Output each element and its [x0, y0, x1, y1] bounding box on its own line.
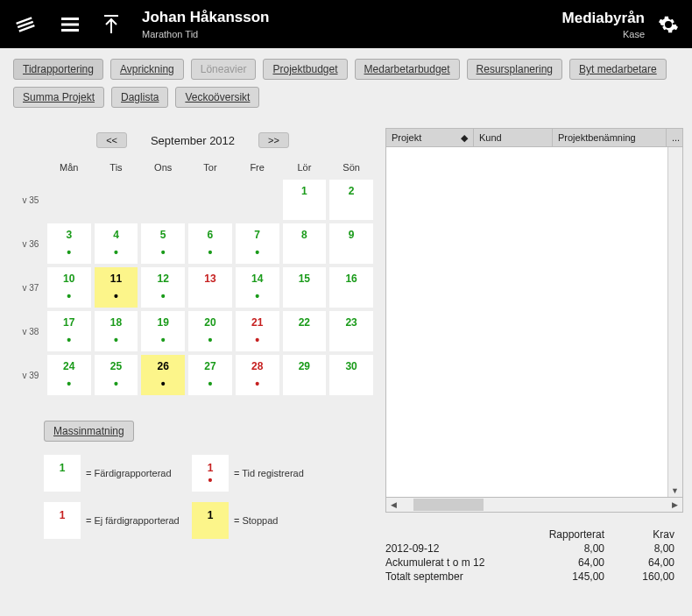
- day-cell[interactable]: 24•: [47, 355, 91, 395]
- tab-daglista[interactable]: Daglista: [111, 87, 168, 108]
- day-cell[interactable]: 29: [283, 355, 327, 395]
- upload-icon[interactable]: [102, 14, 120, 35]
- col-kund[interactable]: Kund: [474, 129, 553, 146]
- tab-resursplanering[interactable]: Resursplanering: [467, 59, 562, 80]
- legend-stopped-text: = Stoppad: [234, 515, 335, 526]
- day-cell[interactable]: 18•: [95, 311, 138, 351]
- company-sub: Kase: [562, 29, 645, 39]
- day-cell[interactable]: 11•: [95, 267, 138, 308]
- project-table-header: Projekt◆ Kund Projektbenämning ...: [385, 128, 683, 147]
- tab-medarbetarbudget[interactable]: Medarbetarbudget: [355, 59, 460, 80]
- tab-byt-medarbetare[interactable]: Byt medarbetare: [569, 59, 667, 80]
- calendar-header: << September 2012 >>: [9, 132, 377, 148]
- app-subtitle: Marathon Tid: [142, 29, 270, 39]
- day-cell[interactable]: 30: [329, 355, 373, 395]
- day-cell[interactable]: 19•: [141, 311, 185, 351]
- summary-row: Totalt september145,00160,00: [385, 570, 683, 583]
- day-cell[interactable]: 14•: [236, 267, 279, 308]
- summary-head-krav: Krav: [604, 528, 674, 541]
- dayhead-tue: Tis: [95, 162, 138, 176]
- day-cell[interactable]: 17•: [47, 311, 91, 351]
- logo-icon: [13, 12, 38, 37]
- day-cell[interactable]: 5•: [141, 223, 185, 264]
- month-label: September 2012: [140, 134, 245, 147]
- header-right: Mediabyrån Kase: [562, 10, 679, 39]
- tab-loneavier: Löneavier: [191, 59, 257, 80]
- gear-icon[interactable]: [658, 14, 679, 35]
- legend-reg-text: = Tid registrerad: [234, 468, 335, 478]
- week-number: v 38: [19, 311, 44, 351]
- week-number: v 39: [19, 355, 44, 395]
- tabs-area: Tidrapportering Avprickning Löneavier Pr…: [0, 48, 692, 119]
- col-projektbenamning[interactable]: Projektbenämning: [553, 129, 667, 146]
- legend-done-cell: 1: [44, 455, 81, 492]
- dayhead-fri: Fre: [236, 162, 279, 176]
- day-cell[interactable]: 21•: [236, 311, 279, 351]
- legend-done-text: = Färdigrapporterad: [86, 468, 187, 478]
- horizontal-scrollbar[interactable]: ◀ ▶: [385, 498, 683, 513]
- summary-row: 2012-09-128,008,00: [385, 542, 683, 555]
- dayhead-sat: Lör: [283, 162, 327, 176]
- vertical-scrollbar[interactable]: [667, 147, 682, 497]
- dayhead-thu: Tor: [188, 162, 232, 176]
- project-table-body[interactable]: [385, 147, 683, 498]
- day-cell[interactable]: 2: [329, 180, 373, 220]
- massinmatning-button[interactable]: Massinmatning: [44, 421, 134, 442]
- tab-avprickning[interactable]: Avprickning: [110, 59, 184, 80]
- prev-month-button[interactable]: <<: [96, 132, 127, 148]
- tab-tidrapportering[interactable]: Tidrapportering: [13, 59, 103, 80]
- tab-row-1: Tidrapportering Avprickning Löneavier Pr…: [13, 59, 679, 80]
- day-cell[interactable]: 1: [283, 180, 327, 220]
- sort-arrow-icon: ◆: [461, 132, 468, 144]
- day-cell[interactable]: 9: [329, 223, 373, 264]
- tab-row-2: Summa Projekt Daglista Veckoöversikt: [13, 87, 679, 108]
- week-number: v 36: [19, 223, 44, 264]
- day-cell[interactable]: 15: [283, 267, 327, 308]
- day-cell[interactable]: 28•: [236, 355, 279, 395]
- summary-row: Ackumulerat t o m 1264,0064,00: [385, 556, 683, 569]
- menu-icon[interactable]: [60, 14, 81, 35]
- svg-rect-3: [61, 18, 79, 20]
- day-cell[interactable]: 4•: [95, 223, 138, 264]
- dayhead-wed: Ons: [141, 162, 185, 176]
- header-bar: Johan Håkansson Marathon Tid Mediabyrån …: [0, 0, 692, 48]
- col-projekt[interactable]: Projekt◆: [386, 129, 474, 146]
- day-cell[interactable]: 3•: [47, 223, 91, 264]
- day-cell[interactable]: 20•: [188, 311, 232, 351]
- day-cell[interactable]: 22: [283, 311, 327, 351]
- day-cell[interactable]: 27•: [188, 355, 232, 395]
- summary-head-rapporterat: Rapporterat: [526, 528, 604, 541]
- tab-projektbudget[interactable]: Projektbudget: [263, 59, 347, 80]
- week-number: v 35: [19, 180, 44, 220]
- dayhead-sun: Sön: [329, 162, 373, 176]
- tab-veckooversikt[interactable]: Veckoöversikt: [175, 87, 259, 108]
- legend-notdone-text: = Ej färdigrapporterad: [86, 515, 187, 526]
- col-more[interactable]: ...: [667, 129, 682, 146]
- day-cell[interactable]: 16: [329, 267, 373, 308]
- legend-reg-cell: 1•: [192, 455, 229, 492]
- legend-notdone-cell: 1: [44, 502, 81, 539]
- scroll-right-button[interactable]: ▶: [667, 498, 682, 512]
- day-cell[interactable]: 7•: [236, 223, 279, 264]
- dayhead-mon: Mån: [47, 162, 91, 176]
- day-cell[interactable]: 10•: [47, 267, 91, 308]
- calendar-grid: Mån Tis Ons Tor Fre Lör Sön v 3512v 363•…: [16, 159, 377, 399]
- day-cell[interactable]: 25•: [95, 355, 138, 395]
- day-cell[interactable]: 26•: [141, 355, 185, 395]
- next-month-button[interactable]: >>: [258, 132, 289, 148]
- tab-summa-projekt[interactable]: Summa Projekt: [13, 87, 104, 108]
- scroll-left-button[interactable]: ◀: [386, 498, 401, 512]
- svg-rect-5: [61, 29, 79, 32]
- legend-stopped-cell: 1: [192, 502, 229, 539]
- day-cell[interactable]: 6•: [188, 223, 232, 264]
- title-block: Johan Håkansson Marathon Tid: [142, 9, 270, 39]
- day-cell[interactable]: 12•: [141, 267, 185, 308]
- summary-table: Rapporterat Krav 2012-09-128,008,00Ackum…: [385, 528, 683, 583]
- user-name: Johan Håkansson: [142, 9, 270, 26]
- day-cell[interactable]: 8: [283, 223, 327, 264]
- day-cell[interactable]: 13: [188, 267, 232, 308]
- legend: 1 = Färdigrapporterad 1• = Tid registrer…: [44, 455, 377, 539]
- svg-rect-4: [61, 23, 79, 25]
- day-cell[interactable]: 23: [329, 311, 373, 351]
- scrollbar-thumb[interactable]: [413, 499, 484, 511]
